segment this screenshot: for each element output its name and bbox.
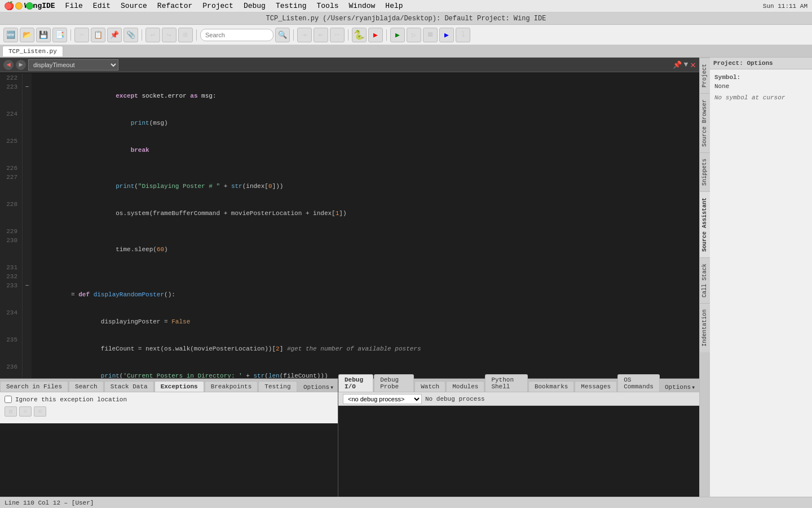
toolbar-indent-btn[interactable]: ⇥ <box>297 28 312 42</box>
menu-testing[interactable]: Testing <box>271 1 311 11</box>
tab-bookmarks[interactable]: Bookmarks <box>528 381 574 392</box>
panel-close-icon[interactable]: ✕ <box>690 59 696 71</box>
window-title: TCP_Listen.py (/Users/ryanjblajda/Deskto… <box>266 15 546 23</box>
nav-forward-button[interactable]: ▶ <box>16 60 26 70</box>
ignore-exception-row: Ignore this exception location <box>5 396 333 403</box>
code-line-230: 230 time.sleep(60) <box>0 236 699 263</box>
toolbar-copy-btn[interactable]: 📋 <box>91 28 105 42</box>
bottom-right-options-button[interactable]: Options ▼ <box>660 383 699 392</box>
toolbar-redo-btn[interactable]: ↪ <box>162 28 176 42</box>
menu-refactor[interactable]: Refactor <box>153 1 197 11</box>
debug-process-select[interactable]: <no debug process> <box>343 394 422 404</box>
exc-icon-2[interactable]: ≡ <box>19 406 32 417</box>
debug-io-content <box>338 406 699 497</box>
code-line-233: 233 − = def displayRandomPoster(): <box>0 281 699 308</box>
nav-back-button[interactable]: ◀ <box>3 60 14 70</box>
toolbar-search-btn[interactable]: 🔍 <box>275 28 290 42</box>
panel-down-icon[interactable]: ▼ <box>684 60 689 69</box>
side-tab-indentation[interactable]: Indentation <box>700 303 710 352</box>
file-tab-tcp-listen[interactable]: TCP_Listen.py <box>2 46 63 56</box>
bottom-right-tabs: Debug I/O Debug Probe Watch Modules Pyth… <box>338 379 699 392</box>
pin-icon[interactable]: 📌 <box>673 60 682 69</box>
menu-edit[interactable]: Edit <box>89 1 115 11</box>
toolbar-sep3 <box>196 29 197 41</box>
tab-python-shell[interactable]: Python Shell <box>485 374 528 392</box>
toolbar-stop-btn[interactable]: ⏹ <box>423 28 438 42</box>
ignore-exception-checkbox[interactable] <box>5 396 12 403</box>
code-line-231: 231 <box>0 263 699 272</box>
side-tab-source-assistant[interactable]: Source Assistant <box>700 191 710 257</box>
toolbar-play-btn[interactable]: ▶ <box>390 28 405 42</box>
toolbar-debug-btn[interactable]: ▶ <box>439 28 454 42</box>
toolbar-comment-btn[interactable]: ↔ <box>330 28 345 42</box>
toolbar-something-btn[interactable]: ⊞ <box>178 28 193 42</box>
exc-icon-1[interactable]: ▤ <box>5 406 17 417</box>
no-symbol-text: No symbol at cursor <box>714 94 807 101</box>
code-editor[interactable]: 222 223 − except socket.error as msg: 22… <box>0 72 699 378</box>
tab-os-commands[interactable]: OS Commands <box>617 374 660 392</box>
bottom-left-tabs: Search in Files Search Stack Data Except… <box>0 379 338 392</box>
toolbar-paste2-btn[interactable]: 📎 <box>123 28 138 42</box>
side-tab-call-stack[interactable]: Call Stack <box>700 257 710 303</box>
toolbar-step-btn[interactable]: ⤵ <box>456 28 470 42</box>
tab-messages[interactable]: Messages <box>575 381 617 392</box>
menu-project[interactable]: Project <box>198 1 238 11</box>
toolbar-pdf-btn[interactable]: ▶ <box>368 28 383 42</box>
tab-search[interactable]: Search <box>69 381 104 392</box>
bottom-left-area: Search in Files Search Stack Data Except… <box>0 379 338 497</box>
menu-source[interactable]: Source <box>116 1 152 11</box>
tab-search-in-files[interactable]: Search in Files <box>0 381 68 392</box>
menu-help[interactable]: Help <box>381 1 407 11</box>
exc-icon-3[interactable]: ⊞ <box>34 406 46 417</box>
code-line-235: 235 fileCount = next(os.walk(moviePoster… <box>0 335 699 362</box>
tab-debug-io[interactable]: Debug I/O <box>338 374 373 392</box>
tab-debug-probe[interactable]: Debug Probe <box>374 374 414 392</box>
bottom-right-area: Debug I/O Debug Probe Watch Modules Pyth… <box>338 379 699 497</box>
toolbar-save-btn[interactable]: 💾 <box>36 28 51 42</box>
tab-exceptions[interactable]: Exceptions <box>155 381 204 392</box>
toolbar-cut-btn[interactable]: ✂ <box>74 28 89 42</box>
code-line-222: 222 <box>0 73 699 82</box>
debug-status-bar: <no debug process> No debug process <box>338 392 699 406</box>
toolbar-paste-btn[interactable]: 📌 <box>107 28 122 42</box>
editor-container: ◀ ▶ displayTimeout 📌 ▼ ✕ 222 223 − <box>0 58 699 497</box>
toolbar-sep5 <box>348 29 348 41</box>
bottom-split: Search in Files Search Stack Data Except… <box>0 379 699 497</box>
tab-modules[interactable]: Modules <box>446 381 484 392</box>
nav-function-dropdown[interactable]: displayTimeout <box>28 59 118 71</box>
symbol-value: None <box>714 83 807 90</box>
menu-window[interactable]: Window <box>345 1 380 11</box>
code-line-224: 224 print(msg) <box>0 110 699 137</box>
window-controls <box>5 2 33 10</box>
window-minimize-button[interactable] <box>15 2 23 10</box>
menu-tools[interactable]: Tools <box>312 1 343 11</box>
toolbar-dedent-btn[interactable]: ⇤ <box>314 28 328 42</box>
ignore-exception-label: Ignore this exception location <box>15 396 127 403</box>
toolbar-saveas-btn[interactable]: 📑 <box>52 28 67 42</box>
tab-testing[interactable]: Testing <box>258 381 297 392</box>
side-tab-snippets[interactable]: Snippets <box>700 152 710 191</box>
tab-breakpoints[interactable]: Breakpoints <box>205 381 258 392</box>
toolbar-python-btn[interactable]: 🐍 <box>352 28 367 42</box>
exception-icons: ▤ ≡ ⊞ <box>5 406 333 417</box>
tab-stack-data[interactable]: Stack Data <box>104 381 154 392</box>
window-close-button[interactable] <box>5 2 12 10</box>
toolbar-search-input[interactable] <box>200 29 273 41</box>
toolbar-open-btn[interactable]: 📂 <box>20 28 34 42</box>
bottom-left-options-button[interactable]: Options ▼ <box>299 383 338 392</box>
code-line-226: 226 <box>0 164 699 173</box>
menu-debug[interactable]: Debug <box>239 1 270 11</box>
window-maximize-button[interactable] <box>26 2 33 10</box>
side-tab-project[interactable]: Project <box>700 58 710 93</box>
tab-bar: TCP_Listen.py <box>0 45 812 58</box>
toolbar-sep1 <box>70 29 71 41</box>
project-options-header: Project: Options <box>710 58 812 69</box>
toolbar-new-btn[interactable]: 🆕 <box>3 28 18 42</box>
toolbar-sep6 <box>386 29 387 41</box>
menu-file[interactable]: File <box>61 1 87 11</box>
tab-watch[interactable]: Watch <box>414 381 445 392</box>
toolbar-play2-btn[interactable]: ▷ <box>407 28 421 42</box>
options-dropdown-icon: ▼ <box>330 385 333 390</box>
side-tab-source-browser[interactable]: Source Browser <box>700 93 710 152</box>
toolbar-undo-btn[interactable]: ↩ <box>145 28 160 42</box>
